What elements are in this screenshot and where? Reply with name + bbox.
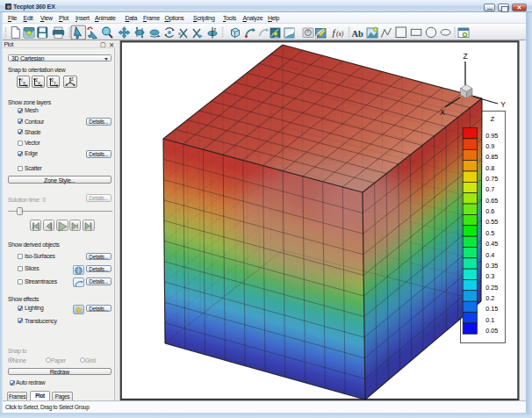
svg-text:0.5: 0.5: [485, 229, 494, 237]
svg-text:z: z: [214, 26, 217, 32]
svg-text:0.4: 0.4: [485, 251, 494, 259]
svg-text:0.9: 0.9: [485, 142, 494, 150]
svg-text:0.35: 0.35: [485, 262, 498, 270]
svg-text:Z: Z: [71, 77, 74, 82]
svg-text:0.25: 0.25: [485, 284, 498, 292]
svg-text:0.45: 0.45: [485, 240, 498, 248]
svg-text:Z: Z: [463, 52, 467, 61]
svg-text:0.75: 0.75: [485, 175, 498, 183]
svg-text:0.55: 0.55: [485, 218, 498, 226]
svg-text:0.15: 0.15: [485, 305, 498, 313]
svg-text:0.2: 0.2: [485, 294, 494, 302]
svg-text:Y: Y: [500, 100, 506, 109]
svg-text:Ab: Ab: [352, 29, 364, 39]
svg-text:0.85: 0.85: [485, 153, 498, 161]
svg-text:0.95: 0.95: [485, 132, 498, 140]
svg-text:0.7: 0.7: [485, 185, 494, 193]
svg-text:X: X: [23, 82, 25, 86]
svg-text:Y: Y: [54, 82, 56, 86]
svg-text:X: X: [38, 82, 40, 86]
svg-text:0.6: 0.6: [485, 207, 494, 215]
svg-text:0.65: 0.65: [485, 197, 498, 205]
svg-text:0.8: 0.8: [485, 164, 494, 172]
svg-text:(x): (x): [336, 30, 344, 38]
svg-text:0.05: 0.05: [485, 327, 498, 335]
svg-text:0.1: 0.1: [485, 316, 494, 324]
svg-text:x: x: [178, 31, 181, 36]
svg-text:Z: Z: [491, 115, 495, 123]
svg-text:0.3: 0.3: [485, 272, 494, 280]
svg-text:X: X: [440, 108, 445, 117]
